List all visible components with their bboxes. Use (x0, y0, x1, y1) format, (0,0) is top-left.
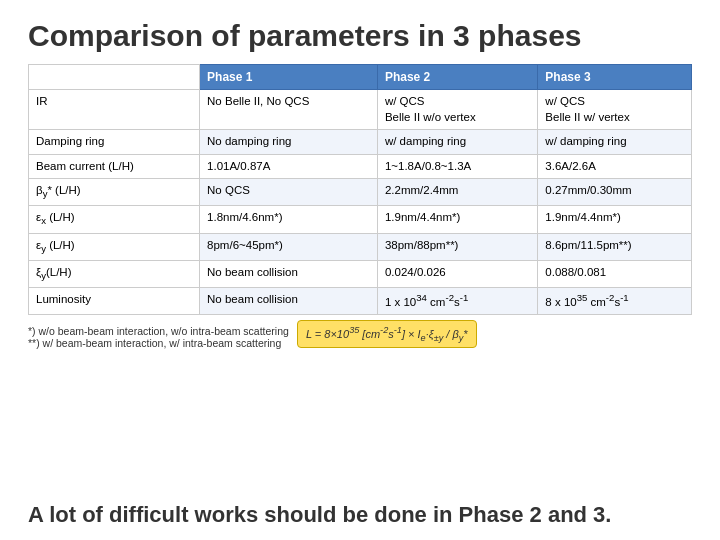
col-header-phase2: Phase 2 (377, 65, 537, 90)
col-header-phase3: Phase 3 (538, 65, 692, 90)
row-cell: w/ damping ring (377, 130, 537, 155)
row-cell: 8 x 1035 cm-2s-1 (538, 287, 692, 314)
row-cell: w/ QCSBelle II w/ vertex (538, 90, 692, 130)
row-cell: 1 x 1034 cm-2s-1 (377, 287, 537, 314)
row-cell: No beam collision (200, 260, 378, 287)
row-cell: 0.024/0.026 (377, 260, 537, 287)
row-cell: 1.9nm/4.4nm*) (538, 206, 692, 233)
comparison-table: Phase 1 Phase 2 Phase 3 IR No Belle II, … (28, 64, 692, 315)
row-cell: 2.2mm/2.4mm (377, 179, 537, 206)
row-cell: 8pm/6~45pm*) (200, 233, 378, 260)
col-header-phase1: Phase 1 (200, 65, 378, 90)
row-cell: w/ damping ring (538, 130, 692, 155)
table-row: βy* (L/H) No QCS 2.2mm/2.4mm 0.27mm/0.30… (29, 179, 692, 206)
table-row: εy (L/H) 8pm/6~45pm*) 38pm/88pm**) 8.6pm… (29, 233, 692, 260)
row-cell: No Belle II, No QCS (200, 90, 378, 130)
row-cell: No damping ring (200, 130, 378, 155)
row-cell: 1.01A/0.87A (200, 154, 378, 179)
row-label: Beam current (L/H) (29, 154, 200, 179)
row-cell: 1~1.8A/0.8~1.3A (377, 154, 537, 179)
table-row: ξy(L/H) No beam collision 0.024/0.026 0.… (29, 260, 692, 287)
row-label: εy (L/H) (29, 233, 200, 260)
row-cell: 0.27mm/0.30mm (538, 179, 692, 206)
table-row: Luminosity No beam collision 1 x 1034 cm… (29, 287, 692, 314)
page: Comparison of parameters in 3 phases Pha… (0, 0, 720, 540)
row-cell: 8.6pm/11.5pm**) (538, 233, 692, 260)
col-header-empty (29, 65, 200, 90)
row-label: Damping ring (29, 130, 200, 155)
formula-box: L = 8×1035 [cm-2s-1] × Ie·ξ±y / βy* (297, 320, 477, 348)
footnote-text: *) w/o beam-beam interaction, w/o intra-… (28, 325, 289, 349)
row-cell: 1.8nm/4.6nm*) (200, 206, 378, 233)
row-label: ξy(L/H) (29, 260, 200, 287)
row-cell: No QCS (200, 179, 378, 206)
table-row: Beam current (L/H) 1.01A/0.87A 1~1.8A/0.… (29, 154, 692, 179)
row-label: βy* (L/H) (29, 179, 200, 206)
row-label: εx (L/H) (29, 206, 200, 233)
table-row: Damping ring No damping ring w/ damping … (29, 130, 692, 155)
row-cell: 38pm/88pm**) (377, 233, 537, 260)
row-cell: 1.9nm/4.4nm*) (377, 206, 537, 233)
row-cell: 0.088/0.081 (538, 260, 692, 287)
footnotes-section: *) w/o beam-beam interaction, w/o intra-… (28, 319, 692, 349)
footnote-line2: **) w/ beam-beam interaction, w/ intra-b… (28, 337, 289, 349)
row-label: IR (29, 90, 200, 130)
footnote-line1: *) w/o beam-beam interaction, w/o intra-… (28, 325, 289, 337)
bottom-line-text: A lot of difficult works should be done … (28, 492, 692, 528)
page-title: Comparison of parameters in 3 phases (28, 18, 692, 54)
row-cell: 3.6A/2.6A (538, 154, 692, 179)
row-cell: w/ QCSBelle II w/o vertex (377, 90, 537, 130)
row-cell: No beam collision (200, 287, 378, 314)
table-row: εx (L/H) 1.8nm/4.6nm*) 1.9nm/4.4nm*) 1.9… (29, 206, 692, 233)
row-label: Luminosity (29, 287, 200, 314)
table-row: IR No Belle II, No QCS w/ QCSBelle II w/… (29, 90, 692, 130)
